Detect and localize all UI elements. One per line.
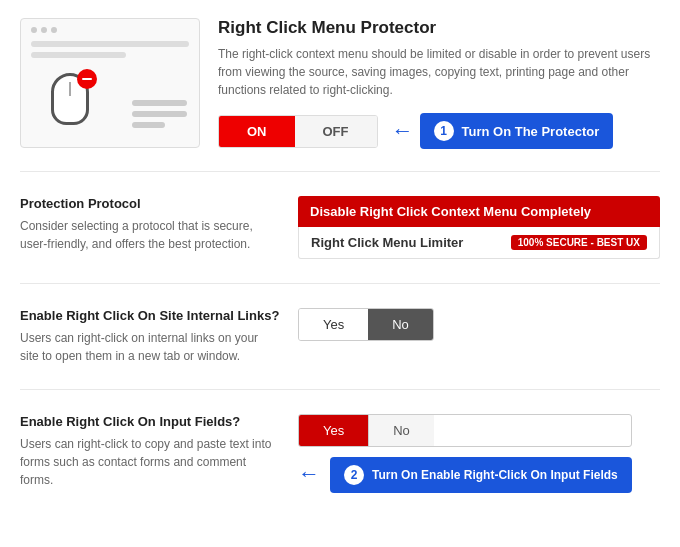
mouse-wrapper [51, 73, 89, 125]
dot-3 [51, 27, 57, 33]
on-off-toggle[interactable]: ON OFF [218, 115, 378, 148]
preview-box [20, 18, 200, 148]
right-line-2 [132, 111, 187, 117]
callout-2-number: 2 [344, 465, 364, 485]
best-ux-badge: 100% SECURE - BEST UX [511, 235, 647, 250]
main-description: The right-click context menu should be l… [218, 45, 660, 99]
protocol-label: Protection Protocol [20, 196, 280, 211]
right-line-1 [132, 100, 187, 106]
preview-line-2 [31, 52, 126, 58]
internal-links-right: Yes No [298, 308, 660, 341]
callout-2-label: Turn On Enable Right-Click On Input Fiel… [372, 468, 618, 482]
arrow-up-icon: ← [298, 462, 320, 488]
callout-1-label: Turn On The Protector [462, 124, 600, 139]
main-container: Right Click Menu Protector The right-cli… [0, 0, 680, 521]
callout-1-box: 1 Turn On The Protector [420, 113, 614, 149]
input-fields-toggle[interactable]: Yes No [298, 414, 632, 447]
input-fields-label: Enable Right Click On Input Fields? [20, 414, 280, 429]
input-fields-no-button[interactable]: No [368, 415, 434, 446]
internal-links-no-button[interactable]: No [368, 309, 433, 340]
callout-1-number: 1 [434, 121, 454, 141]
internal-links-toggle[interactable]: Yes No [298, 308, 434, 341]
internal-links-yes-button[interactable]: Yes [299, 309, 368, 340]
right-line-3 [132, 122, 165, 128]
divider-2 [20, 283, 660, 284]
input-fields-yes-button[interactable]: Yes [299, 415, 368, 446]
divider-1 [20, 171, 660, 172]
internal-links-section: Enable Right Click On Site Internal Link… [20, 298, 660, 375]
input-fields-description: Users can right-click to copy and paste … [20, 435, 280, 489]
arrow-left-icon: ← [392, 118, 414, 144]
preview-dots [31, 27, 57, 33]
protocol-left: Protection Protocol Consider selecting a… [20, 196, 280, 253]
callout-1: ← 1 Turn On The Protector [392, 113, 614, 149]
input-fields-left: Enable Right Click On Input Fields? User… [20, 414, 280, 489]
input-fields-section: Enable Right Click On Input Fields? User… [20, 404, 660, 503]
top-section: Right Click Menu Protector The right-cli… [20, 18, 660, 149]
preview-icon-area [51, 73, 89, 125]
main-title: Right Click Menu Protector [218, 18, 660, 38]
internal-links-label: Enable Right Click On Site Internal Link… [20, 308, 280, 323]
preview-right-lines [132, 100, 187, 133]
no-badge [77, 69, 97, 89]
internal-links-left: Enable Right Click On Site Internal Link… [20, 308, 280, 365]
protocol-option-1[interactable]: Disable Right Click Context Menu Complet… [298, 196, 660, 227]
input-fields-right: Yes No ← 2 Turn On Enable Right-Click On… [298, 414, 660, 493]
protocol-option-2-label: Right Click Menu Limiter [311, 235, 463, 250]
toggle-row: ON OFF ← 1 Turn On The Protector [218, 113, 660, 149]
protocol-right: Disable Right Click Context Menu Complet… [298, 196, 660, 259]
dot-1 [31, 27, 37, 33]
protocol-option-1-label: Disable Right Click Context Menu Complet… [310, 204, 591, 219]
protocol-description: Consider selecting a protocol that is se… [20, 217, 280, 253]
callout-2-row: ← 2 Turn On Enable Right-Click On Input … [298, 457, 632, 493]
toggle-off-button[interactable]: OFF [295, 116, 377, 147]
divider-3 [20, 389, 660, 390]
protocol-section: Protection Protocol Consider selecting a… [20, 186, 660, 269]
input-fields-toggle-area: Yes No ← 2 Turn On Enable Right-Click On… [298, 414, 632, 493]
toggle-on-button[interactable]: ON [219, 116, 295, 147]
internal-links-description: Users can right-click on internal links … [20, 329, 280, 365]
top-right: Right Click Menu Protector The right-cli… [218, 18, 660, 149]
protocol-option-2[interactable]: Right Click Menu Limiter 100% SECURE - B… [298, 227, 660, 259]
preview-lines [31, 41, 189, 63]
dot-2 [41, 27, 47, 33]
callout-2-box: 2 Turn On Enable Right-Click On Input Fi… [330, 457, 632, 493]
preview-line-1 [31, 41, 189, 47]
